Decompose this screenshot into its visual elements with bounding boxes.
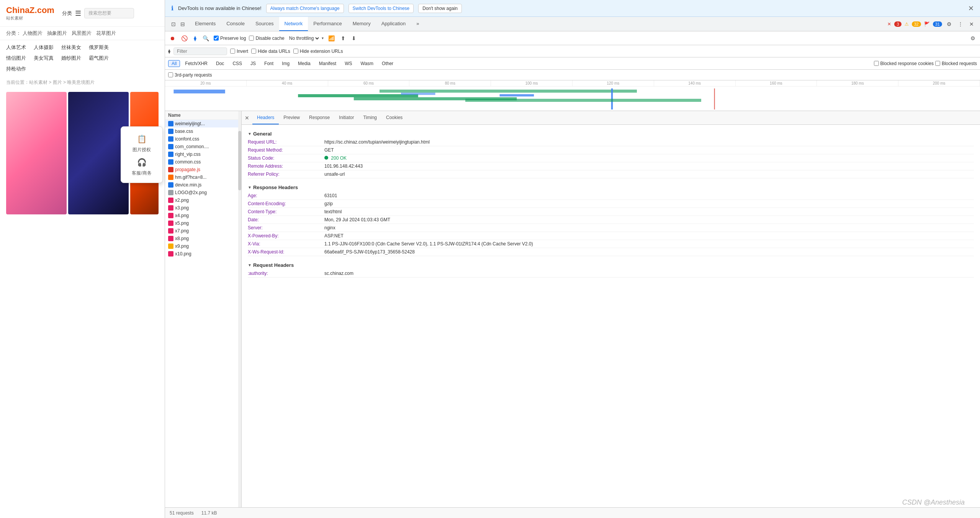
filter-css[interactable]: CSS	[229, 60, 245, 67]
popup-authorize[interactable]: 📋 图片授权	[133, 133, 151, 153]
cat-2[interactable]: 抽象图片	[47, 30, 67, 37]
subcat-8[interactable]: 霸气图片	[89, 55, 109, 62]
inspect-icon[interactable]: ⊡	[170, 20, 177, 29]
settings-gear-icon[interactable]: ⚙	[969, 34, 977, 42]
tab-application[interactable]: Application	[376, 17, 411, 31]
tab-console[interactable]: Console	[221, 17, 250, 31]
file-item-device-min[interactable]: device.min.js	[165, 181, 241, 189]
file-list-scrollbar-thumb[interactable]	[238, 131, 241, 190]
detail-tab-response[interactable]: Response	[304, 111, 334, 124]
detail-tab-cookies[interactable]: Cookies	[381, 111, 407, 124]
blocked-cookies-checkbox[interactable]	[874, 61, 879, 66]
file-item-x2[interactable]: x2.png	[165, 196, 241, 204]
cat-1[interactable]: 人物图片	[23, 30, 43, 37]
throttle-select[interactable]: No throttling	[288, 35, 320, 41]
tab-sources[interactable]: Sources	[250, 17, 279, 31]
wifi-icon[interactable]: 📶	[327, 34, 336, 42]
file-item-hm-gif[interactable]: hm.gif?hca=8...	[165, 173, 241, 181]
file-item-iconfont-css[interactable]: iconfont.css	[165, 135, 241, 143]
tab-memory[interactable]: Memory	[347, 17, 376, 31]
request-section-header[interactable]: ▼ Request Headers	[248, 259, 974, 270]
tab-network[interactable]: Network	[279, 17, 308, 31]
file-item-x10[interactable]: x10.png	[165, 250, 241, 258]
info-close-button[interactable]: ✕	[968, 4, 974, 13]
filter-other[interactable]: Other	[378, 60, 397, 67]
popup-customer[interactable]: 🎧 客服/商务	[132, 156, 151, 176]
settings-icon[interactable]: ⚙	[945, 20, 953, 29]
file-item-propagate[interactable]: propagate.js	[165, 166, 241, 173]
file-item-x8[interactable]: x8.png	[165, 235, 241, 242]
hide-extension-urls-checkbox[interactable]	[293, 49, 298, 54]
download-icon[interactable]: ⬇	[350, 34, 358, 42]
tab-more[interactable]: »	[411, 17, 424, 31]
match-language-button[interactable]: Always match Chrome's language	[266, 4, 344, 13]
subcat-3[interactable]: 丝袜美女	[61, 44, 81, 51]
file-item-x7[interactable]: x7.png	[165, 227, 241, 235]
preserve-log-checkbox[interactable]	[214, 36, 219, 41]
tab-elements[interactable]: Elements	[190, 17, 221, 31]
filter-wasm[interactable]: Wasm	[357, 60, 377, 67]
file-list-scrollbar[interactable]	[238, 111, 241, 507]
detail-tab-preview[interactable]: Preview	[279, 111, 304, 124]
hide-data-urls-label[interactable]: Hide data URLs	[251, 49, 290, 54]
hamburger-icon[interactable]: ☰	[75, 9, 81, 18]
subcat-6[interactable]: 美女写真	[34, 55, 54, 62]
cat-3[interactable]: 风景图片	[72, 30, 92, 37]
detail-tab-headers[interactable]: Headers	[252, 111, 279, 124]
subcat-9[interactable]: 持枪动作	[6, 65, 26, 72]
device-icon[interactable]: ⊟	[179, 20, 187, 29]
more-options-icon[interactable]: ⋮	[956, 20, 965, 29]
filter-ws[interactable]: WS	[341, 60, 355, 67]
file-item-x9[interactable]: x9.png	[165, 242, 241, 250]
file-item-logo[interactable]: LOGO@2x.png	[165, 189, 241, 196]
filter-icon-button[interactable]: ⧫	[192, 34, 198, 42]
filter-font[interactable]: Font	[261, 60, 277, 67]
filter-manifest[interactable]: Manifest	[316, 60, 340, 67]
subcat-4[interactable]: 俄罗斯美	[89, 44, 109, 51]
blocked-requests-checkbox[interactable]	[935, 61, 940, 66]
invert-checkbox[interactable]	[230, 49, 235, 54]
file-item-weimeiyijingt[interactable]: weimeiyijingt...	[165, 120, 241, 127]
filter-media[interactable]: Media	[294, 60, 314, 67]
hide-extension-urls-label[interactable]: Hide extension URLs	[293, 49, 343, 54]
general-section-header[interactable]: ▼ General	[248, 128, 974, 138]
file-item-common-css[interactable]: common.css	[165, 158, 241, 166]
upload-icon[interactable]: ⬆	[339, 34, 347, 42]
hide-data-urls-checkbox[interactable]	[251, 49, 256, 54]
blocked-requests-label[interactable]: Blocked requests	[935, 61, 977, 66]
subcat-1[interactable]: 人体艺术	[6, 44, 26, 51]
subcat-2[interactable]: 人体摄影	[34, 44, 54, 51]
file-item-x3[interactable]: x3.png	[165, 204, 241, 212]
detail-tab-timing[interactable]: Timing	[358, 111, 381, 124]
cat-4[interactable]: 花草图片	[96, 30, 116, 37]
filter-input[interactable]	[173, 47, 227, 55]
subcat-7[interactable]: 婚纱图片	[61, 55, 81, 62]
file-item-right-vip[interactable]: right_vip.css	[165, 150, 241, 158]
disable-cache-checkbox[interactable]	[249, 36, 254, 41]
detail-close-button[interactable]: ✕	[242, 115, 252, 121]
file-item-x5[interactable]: x5.png	[165, 219, 241, 227]
filter-js[interactable]: JS	[247, 60, 259, 67]
devtools-close-button[interactable]: ✕	[968, 20, 975, 29]
invert-label[interactable]: Invert	[230, 49, 248, 54]
clear-button[interactable]: 🚫	[180, 34, 189, 42]
response-section-header[interactable]: ▼ Response Headers	[248, 181, 974, 192]
file-item-base-css[interactable]: base.css	[165, 127, 241, 135]
filter-all[interactable]: All	[168, 60, 180, 67]
record-button[interactable]: ⏺	[168, 34, 177, 42]
search-button[interactable]: 🔍	[201, 34, 211, 42]
dont-show-again-button[interactable]: Don't show again	[418, 4, 462, 13]
third-party-label[interactable]: 3rd-party requests	[168, 72, 212, 78]
file-item-com-common[interactable]: com_common....	[165, 143, 241, 150]
subcat-5[interactable]: 情侣图片	[6, 55, 26, 62]
detail-tab-initiator[interactable]: Initiator	[334, 111, 358, 124]
image-1[interactable]	[6, 92, 67, 214]
file-item-x4[interactable]: x4.png	[165, 212, 241, 219]
tab-performance[interactable]: Performance	[308, 17, 347, 31]
image-2[interactable]	[68, 92, 129, 214]
preserve-log-label[interactable]: Preserve log	[214, 36, 246, 41]
filter-doc[interactable]: Doc	[213, 60, 227, 67]
filter-fetch-xhr[interactable]: Fetch/XHR	[182, 60, 211, 67]
disable-cache-label[interactable]: Disable cache	[249, 36, 284, 41]
filter-img[interactable]: Img	[278, 60, 293, 67]
